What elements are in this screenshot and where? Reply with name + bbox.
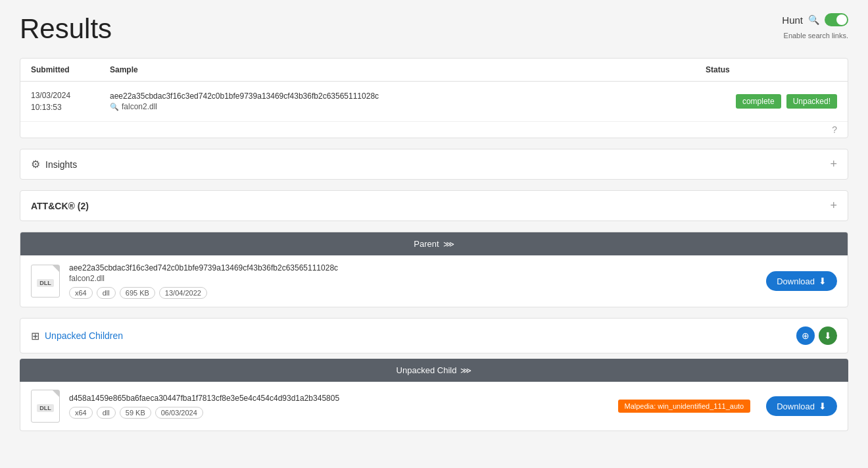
results-table: Submitted Sample Status 13/03/2024 10:13… xyxy=(20,58,848,138)
date-cell: 13/03/2024 10:13:53 xyxy=(31,90,110,113)
child-chevron-icon: ⋙ xyxy=(460,366,471,375)
parent-file-type: DLL xyxy=(37,279,54,287)
sample-cell: aee22a35cbdac3f16c3ed742c0b1bfe9739a1346… xyxy=(110,91,706,111)
attck-panel: ATT&CK® (2) + xyxy=(20,190,848,221)
attck-header[interactable]: ATT&CK® (2) + xyxy=(20,191,848,221)
parent-file-tags: x64 dll 695 KB 13/04/2022 xyxy=(69,287,757,299)
malpedia-badge: Malpedia: win_unidentified_111_auto xyxy=(618,400,751,413)
hunt-subtitle: Enable search links. xyxy=(784,32,848,39)
child-file-tags: x64 dll 59 KB 06/03/2024 xyxy=(69,407,609,419)
copy-icon: ⊕ xyxy=(802,330,809,341)
parent-download-button[interactable]: Download ⬇ xyxy=(766,271,837,291)
parent-section: Parent ⋙ DLL aee22a35cbdac3f16c3ed742c0b… xyxy=(20,232,848,307)
table-header: Submitted Sample Status xyxy=(20,59,848,82)
page-title: Results xyxy=(20,13,112,45)
submission-date: 13/03/2024 xyxy=(31,90,110,101)
child-tag-size: 59 KB xyxy=(120,407,151,419)
hunt-label: Hunt xyxy=(782,14,803,26)
col-status: Status xyxy=(706,65,837,74)
unpacked-download-all-button[interactable]: ⬇ xyxy=(819,326,837,345)
parent-file-name: falcon2.dll xyxy=(69,274,757,283)
parent-file-hash: aee22a35cbdac3f16c3ed742c0b1bfe9739a1346… xyxy=(69,263,757,273)
unpacked-actions: ⊕ ⬇ xyxy=(796,326,837,345)
tag-size: 695 KB xyxy=(120,287,155,299)
badge-complete: complete xyxy=(736,94,781,109)
insights-panel: ⚙ Insights + xyxy=(20,149,848,180)
child-download-icon: ⬇ xyxy=(819,401,827,411)
unpacked-header: ⊞ Unpacked Children ⊕ ⬇ xyxy=(20,318,848,353)
insights-label: Insights xyxy=(45,159,77,170)
insights-header[interactable]: ⚙ Insights + xyxy=(20,149,848,179)
col-submitted: Submitted xyxy=(31,65,110,74)
child-tag-date: 06/03/2024 xyxy=(155,407,203,419)
help-icon[interactable]: ? xyxy=(20,122,848,138)
child-file-entry: DLL d458a1459e865ba6faeca30447fba1f7813c… xyxy=(20,382,848,430)
child-file-details: d458a1459e865ba6faeca30447fba1f7813cf8e3… xyxy=(69,394,609,419)
insights-title: ⚙ Insights xyxy=(31,158,77,170)
parent-chevron-icon: ⋙ xyxy=(443,240,454,249)
unpacked-title: ⊞ Unpacked Children xyxy=(31,330,123,342)
child-file-icon: DLL xyxy=(31,390,60,423)
hunt-section: Hunt 🔍 Enable search links. xyxy=(782,13,848,39)
parent-bar-label: Parent xyxy=(414,239,439,249)
parent-bar[interactable]: Parent ⋙ xyxy=(20,232,848,255)
download-all-icon: ⬇ xyxy=(824,330,832,341)
tag-type: dll xyxy=(97,287,116,299)
hunt-search-icon: 🔍 xyxy=(808,14,819,25)
child-download-button[interactable]: Download ⬇ xyxy=(766,396,837,416)
unpacked-section: ⊞ Unpacked Children ⊕ ⬇ Unpacked Child ⋙ xyxy=(20,318,848,431)
parent-file-icon: DLL xyxy=(31,265,60,298)
parent-file-entry: DLL aee22a35cbdac3f16c3ed742c0b1bfe9739a… xyxy=(20,255,848,307)
sample-name: 🔍 falcon2.dll xyxy=(110,102,706,111)
badge-unpacked: Unpacked! xyxy=(786,94,837,109)
child-file-hash: d458a1459e865ba6faeca30447fba1f7813cf8e3… xyxy=(69,394,609,403)
status-cell: complete Unpacked! xyxy=(706,94,837,109)
attck-label: ATT&CK® (2) xyxy=(31,201,89,211)
child-file-type: DLL xyxy=(37,404,54,412)
child-tag-arch: x64 xyxy=(69,407,93,419)
insights-icon: ⚙ xyxy=(31,158,40,170)
sample-search-icon[interactable]: 🔍 xyxy=(110,103,119,111)
page-header: Results Hunt 🔍 Enable search links. xyxy=(20,13,848,45)
child-bar[interactable]: Unpacked Child ⋙ xyxy=(20,359,848,382)
parent-download-label: Download xyxy=(777,276,815,286)
sample-hash: aee22a35cbdac3f16c3ed742c0b1bfe9739a1346… xyxy=(110,91,706,101)
table-row: 13/03/2024 10:13:53 aee22a35cbdac3f16c3e… xyxy=(20,82,848,122)
submission-time: 10:13:53 xyxy=(31,101,110,113)
child-bar-label: Unpacked Child xyxy=(397,365,457,375)
parent-download-icon: ⬇ xyxy=(819,276,827,286)
hunt-toggle[interactable] xyxy=(825,13,848,26)
unpacked-label: Unpacked Children xyxy=(45,330,123,341)
tag-date: 13/04/2022 xyxy=(159,287,207,299)
tag-arch: x64 xyxy=(69,287,93,299)
parent-file-details: aee22a35cbdac3f16c3ed742c0b1bfe9739a1346… xyxy=(69,263,757,299)
unpacked-copy-button[interactable]: ⊕ xyxy=(796,326,815,345)
attck-title: ATT&CK® (2) xyxy=(31,201,89,211)
col-sample: Sample xyxy=(110,65,706,74)
insights-expand[interactable]: + xyxy=(830,157,837,171)
unpacked-icon: ⊞ xyxy=(31,330,39,342)
attck-expand[interactable]: + xyxy=(830,199,837,213)
child-download-label: Download xyxy=(777,402,815,411)
child-tag-type: dll xyxy=(97,407,116,419)
